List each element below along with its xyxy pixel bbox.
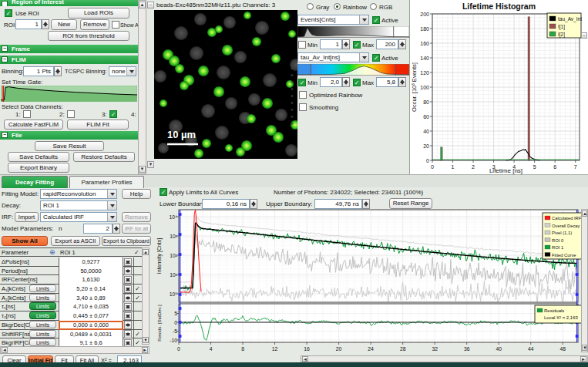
dropdown-arrow-icon[interactable] bbox=[107, 190, 116, 198]
binning-stepper[interactable] bbox=[54, 66, 62, 76]
tcspc-binning-select[interactable]: none bbox=[109, 66, 136, 76]
tab-decay-fitting[interactable]: Decay Fitting bbox=[2, 176, 68, 188]
scroll-right-icon[interactable]: ► bbox=[580, 356, 586, 362]
splitter-arrow-icon[interactable]: ▸ bbox=[291, 65, 294, 70]
export-clipboard-button[interactable]: Export to Clipboard bbox=[102, 236, 151, 246]
fitting-model-select[interactable]: rapidReconvolution bbox=[40, 189, 117, 199]
param-value[interactable]: 50,0000 bbox=[59, 267, 123, 276]
gray-radio[interactable] bbox=[307, 3, 314, 10]
help-button[interactable]: Help bbox=[122, 189, 151, 199]
splitter-arrow-icon[interactable]: ▸ bbox=[291, 120, 294, 126]
intensity-max-input[interactable]: 200 bbox=[376, 39, 398, 49]
param-value[interactable]: 0,0489 ± 0,0031 bbox=[59, 330, 123, 339]
irf-select[interactable]: Calculated IRF bbox=[40, 212, 117, 222]
intensity-max-checkbox[interactable]: ✓ bbox=[353, 41, 361, 49]
scroll-down-icon[interactable]: ▼ bbox=[143, 337, 149, 343]
use-roi-checkbox[interactable]: ✓ bbox=[5, 9, 12, 17]
scroll-up-icon[interactable]: ▲ bbox=[139, 2, 146, 8]
limits-button[interactable]: Limits bbox=[29, 302, 56, 310]
param-checkbox[interactable]: ✓ bbox=[133, 330, 141, 339]
param-stepper[interactable] bbox=[124, 312, 132, 321]
rgb-radio[interactable] bbox=[370, 3, 377, 10]
roi-from-threshold-button[interactable]: ROI from threshold bbox=[48, 31, 129, 41]
param-stepper[interactable] bbox=[124, 294, 132, 302]
histogram-scroll-icon[interactable]: − bbox=[581, 32, 587, 39]
limits-button[interactable]: Limits bbox=[29, 294, 56, 301]
lifetime-max-input[interactable]: 5,8 bbox=[376, 77, 398, 87]
splitter-arrow-icon[interactable]: ▸ bbox=[291, 86, 294, 91]
flim-fit-button[interactable]: FLIM Fit bbox=[67, 120, 129, 130]
reset-range-button[interactable]: Reset Range bbox=[389, 198, 432, 209]
scroll-left-icon[interactable]: ◄ bbox=[2, 347, 8, 353]
export-ascii-button[interactable]: Export as ASCII bbox=[51, 236, 100, 246]
roi-number-stepper[interactable] bbox=[42, 19, 49, 29]
scroll-up-icon[interactable]: ▲ bbox=[143, 249, 149, 255]
lifetime-active-checkbox[interactable]: ✓ bbox=[372, 54, 380, 62]
table-scrollbar[interactable]: ▲ ▼ bbox=[142, 247, 150, 345]
plot-vscrollbar[interactable]: ▲ ▼ bbox=[581, 209, 588, 352]
param-stepper[interactable] bbox=[124, 330, 132, 338]
collapse-icon[interactable]: − bbox=[2, 45, 8, 52]
param-stepper[interactable] bbox=[124, 285, 132, 294]
intensity-min-checkbox[interactable] bbox=[298, 41, 306, 49]
limits-button[interactable]: Limits bbox=[29, 311, 56, 319]
param-value[interactable]: 0,9277 bbox=[59, 258, 123, 267]
param-value[interactable]: 4,710 ± 0,035 bbox=[59, 302, 123, 311]
panel-splitter[interactable]: ▸▸▸▸▸▸▸▸▸ bbox=[291, 0, 297, 174]
intensity-channel-select[interactable]: Events[Cnts] bbox=[297, 15, 369, 25]
param-stepper[interactable] bbox=[124, 321, 132, 329]
splitter-arrow-icon[interactable]: ▸ bbox=[291, 79, 294, 84]
splitter-arrow-icon[interactable]: ▸ bbox=[291, 72, 294, 77]
param-value[interactable]: 3,40 ± 0,89 bbox=[59, 294, 123, 303]
limits-button[interactable]: Limits bbox=[29, 330, 56, 338]
scroll-down-icon[interactable]: ▼ bbox=[582, 345, 587, 351]
splitter-arrow-icon[interactable]: ▸ bbox=[291, 93, 294, 98]
channel-checkbox-2[interactable] bbox=[67, 110, 75, 118]
scroll-up-icon[interactable]: ▲ bbox=[582, 210, 587, 217]
roi-number-input[interactable]: 1 bbox=[15, 19, 42, 29]
show-all-button[interactable]: Show All bbox=[2, 236, 48, 246]
image-panel-expand-icon[interactable]: ▼ bbox=[147, 161, 154, 168]
export-binary-button[interactable]: Export Binary bbox=[8, 163, 69, 173]
channel-checkbox-1[interactable] bbox=[23, 110, 31, 118]
limits-button[interactable]: Limits bbox=[29, 285, 56, 292]
intensity-max-stepper[interactable] bbox=[398, 39, 406, 49]
limits-button[interactable]: Limits bbox=[29, 338, 56, 346]
collapse-icon[interactable]: − bbox=[2, 56, 8, 62]
dropdown-arrow-icon[interactable] bbox=[126, 67, 136, 76]
smoothing-checkbox[interactable] bbox=[299, 103, 307, 111]
param-value[interactable]: 1,6130 bbox=[59, 275, 123, 285]
dropdown-arrow-icon[interactable] bbox=[107, 213, 116, 221]
rainbow-radio[interactable] bbox=[334, 3, 341, 10]
dropdown-arrow-icon[interactable] bbox=[359, 15, 368, 24]
intensity-min-stepper[interactable] bbox=[342, 39, 350, 49]
flim-image[interactable]: 10 µm bbox=[154, 10, 297, 159]
lifetime-max-checkbox[interactable]: ✓ bbox=[353, 79, 361, 86]
irf-for-all-button[interactable]: IRF for all bbox=[122, 224, 151, 234]
param-value[interactable]: 0,000 ± 0,000 bbox=[59, 321, 123, 330]
param-checkbox[interactable] bbox=[133, 258, 141, 267]
param-checkbox[interactable] bbox=[133, 311, 141, 321]
image-panel-collapse-icon[interactable]: − bbox=[147, 2, 154, 8]
save-result-button[interactable]: Save Result bbox=[35, 141, 104, 151]
lifetime-channel-select[interactable]: tau_Av_Int[ns] bbox=[297, 52, 369, 62]
calculate-fastflim-button[interactable]: Calculate FastFLIM bbox=[4, 120, 63, 130]
scroll-right-icon[interactable]: ► bbox=[142, 347, 148, 353]
optimized-rainbow-checkbox[interactable] bbox=[299, 91, 307, 99]
collapse-icon[interactable] bbox=[2, 1, 8, 6]
load-rois-button[interactable]: Load ROIs bbox=[68, 8, 129, 19]
table-hscrollbar[interactable]: ◄ ► bbox=[0, 346, 150, 354]
flim-section-header[interactable]: − FLIM bbox=[0, 56, 138, 64]
plot-hscrollbar[interactable]: ◄ ► bbox=[301, 355, 588, 362]
param-checkbox[interactable]: ✓ bbox=[133, 294, 141, 303]
new-roi-button[interactable]: New bbox=[51, 19, 77, 30]
intensity-min-input[interactable]: 1 bbox=[320, 39, 342, 49]
splitter-arrow-icon[interactable]: ▸ bbox=[291, 106, 294, 112]
param-checkbox[interactable]: ✓ bbox=[133, 285, 141, 294]
frame-section-header[interactable]: − Frame bbox=[0, 45, 138, 53]
irf-import-button[interactable]: Import bbox=[15, 212, 39, 222]
scroll-down-icon[interactable]: ▼ bbox=[139, 166, 146, 173]
param-checkbox[interactable] bbox=[133, 321, 141, 330]
splitter-arrow-icon[interactable]: ▸ bbox=[291, 113, 294, 119]
lifetime-min-input[interactable]: 2,0 bbox=[320, 77, 342, 87]
